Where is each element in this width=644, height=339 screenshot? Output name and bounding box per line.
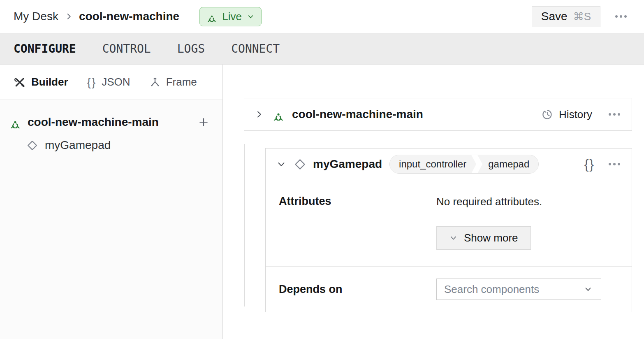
configure-sidebar: Builder {} JSON Frame — [0, 65, 223, 339]
tree-indent-guide — [244, 144, 245, 306]
edit-json-icon[interactable]: {} — [584, 157, 595, 172]
component-card-header: myGamepad input_controller gamepad {} — [266, 149, 632, 180]
machine-part-icon — [9, 116, 21, 128]
live-status-dropdown[interactable]: Live — [199, 7, 262, 26]
expand-chevron-right-icon[interactable] — [254, 109, 264, 119]
depends-on-label: Depends on — [279, 283, 436, 296]
attributes-section: Attributes No required attributes. Show … — [266, 180, 632, 266]
chevron-down-icon — [584, 285, 593, 294]
machine-tabbar: CONFIGURE CONTROL LOGS CONNECT — [0, 33, 644, 65]
chevron-right-icon — [64, 12, 73, 21]
view-toggle-builder-label: Builder — [31, 76, 68, 88]
live-status-label: Live — [222, 10, 242, 23]
component-diamond-icon — [294, 158, 306, 171]
component-overflow-menu-icon[interactable] — [609, 163, 620, 165]
tree-machine-name: cool-new-machine-main — [28, 116, 192, 129]
component-name: myGamepad — [313, 158, 382, 171]
show-more-label: Show more — [464, 232, 518, 244]
add-component-button[interactable] — [198, 116, 209, 128]
view-mode-switcher: Builder {} JSON Frame — [0, 65, 222, 100]
machine-part-card: cool-new-machine-main History — [244, 98, 632, 131]
component-diamond-icon — [26, 139, 38, 151]
tab-logs[interactable]: LOGS — [177, 42, 205, 56]
braces-icon: {} — [87, 76, 97, 89]
frame-axes-icon — [149, 77, 161, 88]
attributes-label: Attributes — [279, 195, 436, 250]
configure-main-panel: cool-new-machine-main History — [223, 65, 644, 339]
component-tree: cool-new-machine-main myGamepad — [0, 100, 222, 157]
tab-control[interactable]: CONTROL — [102, 42, 151, 56]
chevron-down-icon — [247, 13, 255, 21]
tree-item-machine[interactable]: cool-new-machine-main — [9, 111, 209, 134]
show-more-button[interactable]: Show more — [436, 226, 531, 250]
history-button[interactable]: History — [542, 108, 592, 121]
depends-on-search-select[interactable]: Search components — [436, 279, 601, 300]
view-toggle-json[interactable]: {} JSON — [87, 76, 130, 89]
component-api-label: input_controller — [390, 155, 476, 173]
machine-live-icon — [206, 11, 217, 22]
history-button-label: History — [559, 108, 592, 121]
breadcrumb-machine-name: cool-new-machine — [79, 10, 179, 23]
chevron-down-icon — [449, 234, 458, 242]
save-button-label: Save — [541, 10, 568, 23]
view-toggle-json-label: JSON — [102, 76, 130, 88]
view-toggle-frame[interactable]: Frame — [149, 76, 197, 88]
breadcrumb: My Desk cool-new-machine — [14, 10, 179, 23]
component-card: myGamepad input_controller gamepad {} At… — [265, 148, 632, 312]
header-overflow-menu-icon[interactable] — [615, 15, 627, 18]
component-type-badge: input_controller gamepad — [389, 155, 539, 174]
machine-card-overflow-menu-icon[interactable] — [609, 113, 620, 116]
save-button[interactable]: Save ⌘S — [532, 6, 600, 27]
attributes-empty-text: No required attributes. — [436, 195, 619, 208]
history-clock-icon — [542, 109, 554, 121]
tree-item-component[interactable]: myGamepad — [26, 134, 209, 157]
machine-part-title: cool-new-machine-main — [292, 108, 423, 121]
app-header: My Desk cool-new-machine Live Save ⌘S — [0, 0, 644, 33]
tools-icon — [14, 76, 26, 88]
breadcrumb-root[interactable]: My Desk — [14, 10, 58, 23]
tree-component-name: myGamepad — [45, 139, 111, 152]
depends-on-placeholder: Search components — [444, 283, 584, 296]
view-toggle-frame-label: Frame — [166, 76, 197, 88]
view-toggle-builder[interactable]: Builder — [14, 76, 68, 88]
tab-connect[interactable]: CONNECT — [231, 42, 280, 56]
tab-configure[interactable]: CONFIGURE — [14, 42, 76, 56]
collapse-chevron-down-icon[interactable] — [276, 159, 286, 169]
save-shortcut-hint: ⌘S — [573, 10, 591, 23]
component-model-label: gamepad — [477, 155, 538, 173]
depends-on-section: Depends on Search components — [266, 266, 632, 312]
machine-part-icon — [272, 108, 285, 121]
